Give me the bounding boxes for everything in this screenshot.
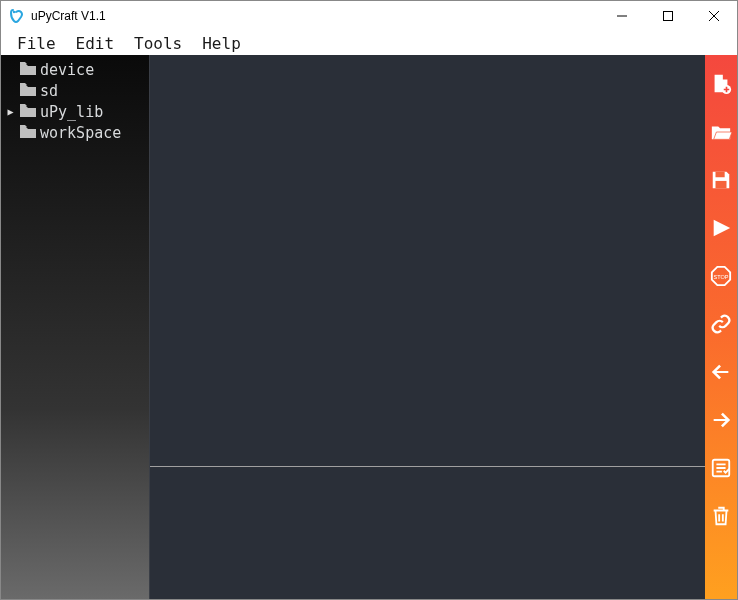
console-pane[interactable] bbox=[150, 467, 705, 599]
tree-item-sd[interactable]: sd bbox=[1, 80, 149, 101]
stop-button[interactable]: STOP bbox=[708, 263, 734, 289]
redo-button[interactable] bbox=[708, 407, 734, 433]
new-file-button[interactable] bbox=[708, 71, 734, 97]
titlebar-left: uPyCraft V1.1 bbox=[9, 8, 106, 24]
tree-label: device bbox=[40, 61, 94, 79]
window-title: uPyCraft V1.1 bbox=[31, 9, 106, 23]
titlebar: uPyCraft V1.1 bbox=[1, 1, 737, 31]
menu-help[interactable]: Help bbox=[192, 32, 251, 55]
right-toolbar: STOP bbox=[705, 55, 737, 599]
menu-tools[interactable]: Tools bbox=[124, 32, 192, 55]
svg-rect-7 bbox=[716, 181, 727, 188]
application-window: uPyCraft V1.1 File Edit Tools Help bbox=[0, 0, 738, 600]
new-file-icon bbox=[710, 73, 732, 95]
window-controls bbox=[599, 1, 737, 31]
link-icon bbox=[710, 313, 732, 335]
save-button[interactable] bbox=[708, 167, 734, 193]
app-icon bbox=[9, 8, 25, 24]
open-file-icon bbox=[710, 121, 732, 143]
editor-pane[interactable] bbox=[150, 55, 705, 466]
tree-item-workspace[interactable]: workSpace bbox=[1, 122, 149, 143]
svg-rect-2 bbox=[664, 12, 673, 21]
undo-button[interactable] bbox=[708, 359, 734, 385]
connect-button[interactable] bbox=[708, 311, 734, 337]
menu-edit[interactable]: Edit bbox=[66, 32, 125, 55]
trash-icon bbox=[710, 505, 732, 527]
menu-file[interactable]: File bbox=[7, 32, 66, 55]
folder-icon bbox=[20, 61, 36, 79]
file-tree: device sd ▶ uPy_lib w bbox=[1, 55, 149, 599]
open-file-button[interactable] bbox=[708, 119, 734, 145]
tree-label: workSpace bbox=[40, 124, 121, 142]
undo-icon bbox=[710, 361, 732, 383]
maximize-button[interactable] bbox=[645, 1, 691, 31]
tree-label: uPy_lib bbox=[40, 103, 103, 121]
save-icon bbox=[710, 169, 732, 191]
minimize-button[interactable] bbox=[599, 1, 645, 31]
svg-point-0 bbox=[13, 11, 15, 13]
redo-icon bbox=[710, 409, 732, 431]
svg-text:STOP: STOP bbox=[714, 274, 729, 280]
tree-label: sd bbox=[40, 82, 58, 100]
folder-icon bbox=[20, 124, 36, 142]
run-button[interactable] bbox=[708, 215, 734, 241]
svg-rect-6 bbox=[716, 172, 725, 178]
delete-button[interactable] bbox=[708, 503, 734, 529]
folder-icon bbox=[20, 103, 36, 121]
close-button[interactable] bbox=[691, 1, 737, 31]
folder-icon bbox=[20, 82, 36, 100]
tree-item-device[interactable]: device bbox=[1, 59, 149, 80]
tree-item-upy-lib[interactable]: ▶ uPy_lib bbox=[1, 101, 149, 122]
menubar: File Edit Tools Help bbox=[1, 31, 737, 55]
run-icon bbox=[710, 217, 732, 239]
checklist-icon bbox=[710, 457, 732, 479]
expand-arrow-icon: ▶ bbox=[5, 106, 16, 117]
stop-icon: STOP bbox=[710, 265, 732, 287]
main-area bbox=[149, 55, 705, 599]
checklist-button[interactable] bbox=[708, 455, 734, 481]
body-area: device sd ▶ uPy_lib w bbox=[1, 55, 737, 599]
